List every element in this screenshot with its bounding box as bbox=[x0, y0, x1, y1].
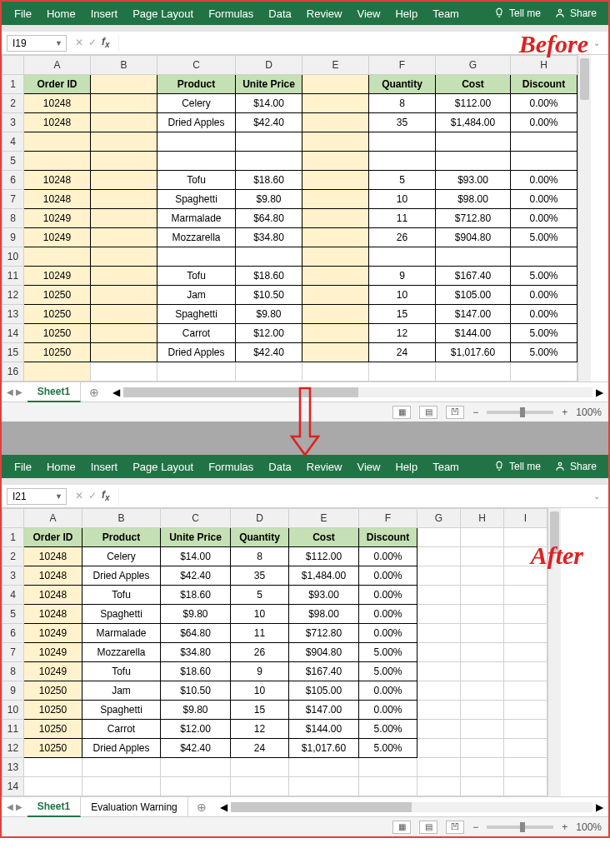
cell[interactable] bbox=[158, 247, 236, 267]
cell[interactable] bbox=[504, 586, 548, 605]
cell[interactable] bbox=[302, 228, 369, 247]
col-header-E[interactable]: E bbox=[302, 56, 369, 75]
cell[interactable] bbox=[24, 132, 91, 152]
row-header[interactable]: 13 bbox=[2, 305, 24, 324]
cell[interactable]: $9.80 bbox=[236, 305, 302, 324]
cell[interactable]: $105.00 bbox=[289, 681, 359, 701]
cell[interactable]: 10249 bbox=[24, 643, 82, 662]
cell[interactable] bbox=[24, 758, 82, 777]
vertical-scrollbar[interactable] bbox=[578, 55, 591, 382]
cell[interactable]: $147.00 bbox=[289, 701, 359, 720]
cell[interactable]: Marmalade bbox=[158, 209, 236, 228]
cell[interactable] bbox=[504, 701, 548, 720]
col-header-G[interactable]: G bbox=[418, 509, 461, 528]
sheet-tab[interactable]: Sheet1 bbox=[28, 797, 81, 817]
header-cell[interactable]: Product bbox=[158, 75, 236, 94]
cell[interactable]: 5 bbox=[231, 586, 289, 605]
menu-formulas[interactable]: Formulas bbox=[201, 2, 261, 25]
cell[interactable]: $144.00 bbox=[436, 324, 511, 343]
cell[interactable] bbox=[461, 662, 504, 681]
cell[interactable] bbox=[161, 777, 231, 796]
menu-file[interactable]: File bbox=[7, 2, 39, 25]
zoom-level[interactable]: 100% bbox=[576, 407, 602, 418]
tell-me-button[interactable]: Tell me bbox=[487, 455, 548, 478]
cell[interactable] bbox=[436, 247, 511, 267]
cancel-icon[interactable]: ✕ bbox=[75, 490, 83, 501]
cell[interactable]: $42.40 bbox=[236, 113, 302, 132]
col-header-F[interactable]: F bbox=[359, 509, 418, 528]
cell[interactable] bbox=[504, 739, 548, 758]
cell[interactable]: 10250 bbox=[24, 343, 91, 362]
cell[interactable] bbox=[158, 362, 236, 382]
row-header[interactable]: 14 bbox=[2, 777, 24, 796]
cell[interactable]: $14.00 bbox=[161, 547, 231, 566]
menu-page-layout[interactable]: Page Layout bbox=[125, 455, 201, 478]
cell[interactable]: 10249 bbox=[24, 624, 82, 643]
header-cell[interactable]: Unite Price bbox=[161, 528, 231, 547]
row-header[interactable]: 9 bbox=[2, 228, 24, 247]
menu-review[interactable]: Review bbox=[299, 2, 350, 25]
cell[interactable]: 10 bbox=[231, 681, 289, 701]
cell[interactable]: $1,017.60 bbox=[289, 739, 359, 758]
normal-view-icon[interactable]: ▦ bbox=[392, 821, 411, 834]
cell[interactable]: 5 bbox=[369, 171, 436, 190]
cell[interactable] bbox=[161, 758, 231, 777]
cell[interactable]: $42.40 bbox=[236, 343, 302, 362]
menu-home[interactable]: Home bbox=[39, 2, 83, 25]
menu-data[interactable]: Data bbox=[261, 2, 298, 25]
row-header[interactable]: 3 bbox=[2, 566, 24, 586]
cell[interactable] bbox=[461, 758, 504, 777]
col-header-G[interactable]: G bbox=[436, 56, 511, 75]
fx-icon[interactable]: fx bbox=[102, 489, 110, 502]
cell[interactable] bbox=[302, 343, 369, 362]
cell[interactable] bbox=[91, 132, 158, 152]
cell[interactable]: 5.00% bbox=[359, 720, 418, 739]
zoom-out-icon[interactable]: − bbox=[472, 821, 478, 833]
cell[interactable]: 0.00% bbox=[359, 586, 418, 605]
cell[interactable]: 35 bbox=[231, 566, 289, 586]
cell[interactable] bbox=[158, 152, 236, 171]
cell[interactable] bbox=[302, 362, 369, 382]
formula-input[interactable] bbox=[118, 488, 585, 505]
name-box[interactable]: I19 ▼ bbox=[7, 35, 67, 52]
cell[interactable] bbox=[504, 662, 548, 681]
cell[interactable] bbox=[418, 586, 461, 605]
cell[interactable] bbox=[504, 643, 548, 662]
add-sheet-icon[interactable]: ⊕ bbox=[188, 801, 215, 814]
cell[interactable] bbox=[418, 739, 461, 758]
cell[interactable] bbox=[359, 758, 418, 777]
select-all-corner[interactable] bbox=[2, 56, 24, 75]
cell[interactable] bbox=[369, 152, 436, 171]
cell[interactable]: 0.00% bbox=[359, 605, 418, 624]
menu-view[interactable]: View bbox=[349, 455, 388, 478]
header-cell[interactable]: Discount bbox=[511, 75, 578, 94]
cell[interactable] bbox=[369, 247, 436, 267]
row-header[interactable]: 10 bbox=[2, 701, 24, 720]
cell[interactable] bbox=[91, 362, 158, 382]
cell[interactable]: 5.00% bbox=[511, 267, 578, 286]
cell[interactable] bbox=[91, 190, 158, 209]
row-header[interactable]: 8 bbox=[2, 209, 24, 228]
cell[interactable] bbox=[461, 777, 504, 796]
enter-icon[interactable]: ✓ bbox=[88, 490, 97, 501]
header-cell[interactable] bbox=[461, 528, 504, 547]
cell[interactable] bbox=[418, 605, 461, 624]
expand-icon[interactable]: ⌄ bbox=[590, 38, 603, 47]
col-header-A[interactable]: A bbox=[24, 509, 82, 528]
cell[interactable]: $18.60 bbox=[161, 586, 231, 605]
cell[interactable] bbox=[236, 362, 302, 382]
cell[interactable] bbox=[302, 247, 369, 267]
menu-formulas[interactable]: Formulas bbox=[201, 455, 261, 478]
cell[interactable]: $1,484.00 bbox=[436, 113, 511, 132]
worksheet-grid[interactable]: ABCDEFGHI1Order IDProductUnite PriceQuan… bbox=[2, 508, 548, 796]
cell[interactable] bbox=[91, 209, 158, 228]
cell[interactable] bbox=[24, 362, 91, 382]
cell[interactable]: $1,017.60 bbox=[436, 343, 511, 362]
cell[interactable]: 10249 bbox=[24, 267, 91, 286]
cell[interactable] bbox=[504, 605, 548, 624]
cell[interactable] bbox=[461, 681, 504, 701]
cell[interactable]: $10.50 bbox=[161, 681, 231, 701]
row-header[interactable]: 12 bbox=[2, 286, 24, 305]
cell[interactable]: $12.00 bbox=[161, 720, 231, 739]
cell[interactable]: 10250 bbox=[24, 739, 82, 758]
